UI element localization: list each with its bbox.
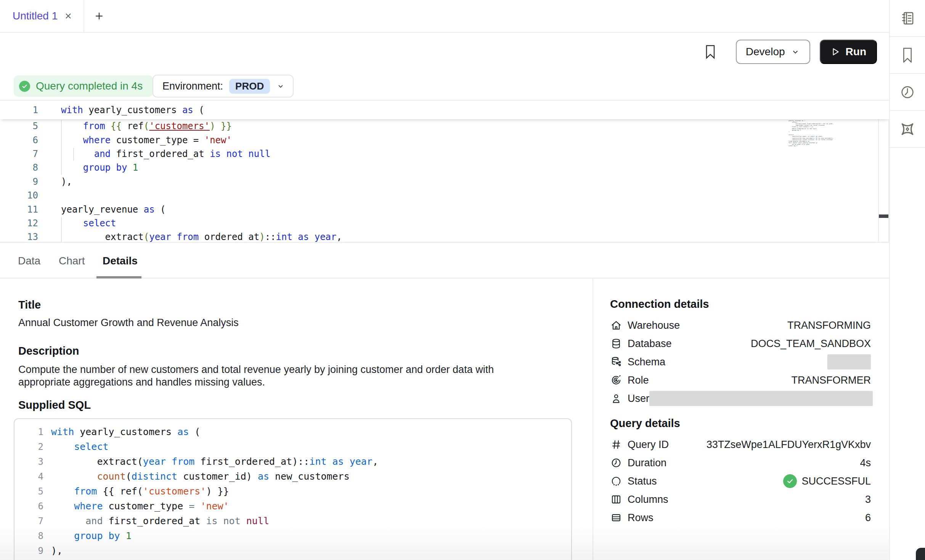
value-text: SUCCESSFUL xyxy=(801,475,871,487)
sql-line-1: 1with yearly_customers as ( xyxy=(14,424,571,439)
editor-line-10: 10 xyxy=(0,189,889,202)
indent-guide xyxy=(61,217,62,242)
sidebar-icons xyxy=(890,0,925,148)
connection-row-warehouse: WarehouseTRANSFORMING xyxy=(610,316,871,334)
duration-icon xyxy=(610,457,622,469)
query-details-heading: Query details xyxy=(610,417,871,430)
code-text: where customer_type = 'new' xyxy=(61,136,232,145)
rows-icon xyxy=(610,512,622,524)
editor-line-1: 1with yearly_customers as ( xyxy=(0,101,889,119)
develop-button[interactable]: Develop xyxy=(736,40,810,64)
code-text: count(distinct customer_id) as new_custo… xyxy=(51,472,350,481)
tab-data[interactable]: Data xyxy=(18,243,40,278)
connection-details-heading: Connection details xyxy=(610,298,871,310)
connection-row-database: DatabaseDOCS_TEAM_SANDBOX xyxy=(610,334,871,353)
line-number: 8 xyxy=(0,163,38,172)
sidebar-button-notebook[interactable] xyxy=(890,0,925,37)
row-label: User xyxy=(628,393,649,405)
row-label: Duration xyxy=(628,457,666,469)
bookmark-button[interactable] xyxy=(705,44,716,59)
schema-icon xyxy=(610,356,622,368)
query-row-query-id: Query ID33TZseWpe1ALFDUYerxR1gVKxbv xyxy=(610,435,871,454)
tab-untitled-1[interactable]: Untitled 1 xyxy=(0,0,84,32)
hash-icon xyxy=(610,438,622,451)
editor-scrollbar-track[interactable] xyxy=(878,100,889,243)
description-value: Compute the number of new customers and … xyxy=(18,363,541,389)
tab-title: Untitled 1 xyxy=(13,10,58,22)
title-heading: Title xyxy=(18,298,572,311)
sql-line-8: 8 group by 1 xyxy=(14,528,571,543)
redacted-value xyxy=(827,354,871,370)
run-button[interactable]: Run xyxy=(820,40,877,64)
editor-line-8: 8 group by 1 xyxy=(0,161,889,174)
sidebar-button-history[interactable] xyxy=(890,74,925,111)
line-number: 12 xyxy=(0,219,38,228)
tab-chart[interactable]: Chart xyxy=(59,243,85,278)
sql-line-5: 5 from {{ ref('customers') }} xyxy=(14,484,571,499)
environment-label: Environment: xyxy=(162,80,223,92)
row-label: Rows xyxy=(628,512,654,524)
title-value: Annual Customer Growth and Revenue Analy… xyxy=(18,317,572,329)
query-row-duration: Duration4s xyxy=(610,454,871,472)
redacted-value xyxy=(649,391,873,406)
line-number: 7 xyxy=(14,517,43,526)
supplied-sql-block: 1with yearly_customers as (2 select3 ext… xyxy=(14,418,572,560)
value-text: 3 xyxy=(865,494,871,506)
tab-details[interactable]: Details xyxy=(103,243,138,278)
sql-editor[interactable]: 1with yearly_customers as (5 from {{ ref… xyxy=(0,100,889,243)
row-label: Database xyxy=(628,338,672,350)
environment-selector[interactable]: Environment: PROD xyxy=(153,75,294,98)
editor-scrollbar-thumb[interactable] xyxy=(879,214,888,218)
spinner-icon xyxy=(610,475,622,487)
notebook-icon xyxy=(899,10,915,26)
editor-line-7: 7 and first_ordered_at is not null xyxy=(0,147,889,161)
value-text: 33TZseWpe1ALFDUYerxR1gVKxbv xyxy=(707,439,871,451)
line-number: 7 xyxy=(0,149,38,158)
query-details-list: Query ID33TZseWpe1ALFDUYerxR1gVKxbvDurat… xyxy=(610,435,871,527)
close-icon[interactable] xyxy=(64,11,73,21)
play-icon xyxy=(830,47,840,57)
code-text: extract(year from first_ordered_at)::int… xyxy=(51,457,378,466)
line-number: 13 xyxy=(0,232,38,242)
row-label: Status xyxy=(628,475,657,487)
line-number: 1 xyxy=(14,427,43,437)
success-check-icon xyxy=(783,474,797,488)
value-text: 4s xyxy=(860,457,871,469)
row-value: 4s xyxy=(860,457,871,469)
sql-line-2: 2 select xyxy=(14,439,571,454)
line-number: 4 xyxy=(14,472,43,481)
row-value xyxy=(649,391,873,406)
editor-line-5: 5 from {{ ref('customers') }} xyxy=(0,119,889,133)
editor-line-11: 11yearly_revenue as ( xyxy=(0,202,889,216)
line-number: 2 xyxy=(14,442,43,451)
code-text: where customer_type = 'new' xyxy=(51,501,229,511)
code-text: with yearly_customers as ( xyxy=(51,427,200,437)
role-icon xyxy=(610,374,622,386)
row-value xyxy=(827,354,871,370)
dbt-logo-icon xyxy=(899,121,916,138)
toolbar: Develop Run xyxy=(0,32,889,72)
query-row-columns: Columns3 xyxy=(610,490,871,509)
bookmark-icon xyxy=(901,47,914,63)
query-row-status: StatusSUCCESSFUL xyxy=(610,472,871,490)
connection-query-panel: Connection details WarehouseTRANSFORMING… xyxy=(610,278,871,527)
row-value: 33TZseWpe1ALFDUYerxR1gVKxbv xyxy=(707,439,871,451)
sidebar-button-dbt-logo[interactable] xyxy=(890,111,925,148)
editor-line-9: 9), xyxy=(0,175,889,189)
line-number: 5 xyxy=(14,487,43,496)
corner-widget[interactable] xyxy=(916,548,925,560)
code-text: and first_ordered_at is not null xyxy=(61,149,270,158)
code-text: yearly_revenue as ( xyxy=(61,205,166,214)
new-tab-button[interactable] xyxy=(93,0,105,32)
sidebar-button-bookmark[interactable] xyxy=(890,37,925,74)
code-text: ), xyxy=(61,177,72,186)
code-text: group by 1 xyxy=(51,531,132,541)
sql-line-6: 6 where customer_type = 'new' xyxy=(14,499,571,514)
code-text: ), xyxy=(51,546,63,555)
environment-value: PROD xyxy=(229,79,270,94)
sql-line-10: 10 xyxy=(14,558,571,560)
right-sidebar xyxy=(889,0,925,560)
line-number: 11 xyxy=(0,205,38,214)
row-value: TRANSFORMING xyxy=(787,320,871,331)
value-text: TRANSFORMER xyxy=(792,374,871,386)
